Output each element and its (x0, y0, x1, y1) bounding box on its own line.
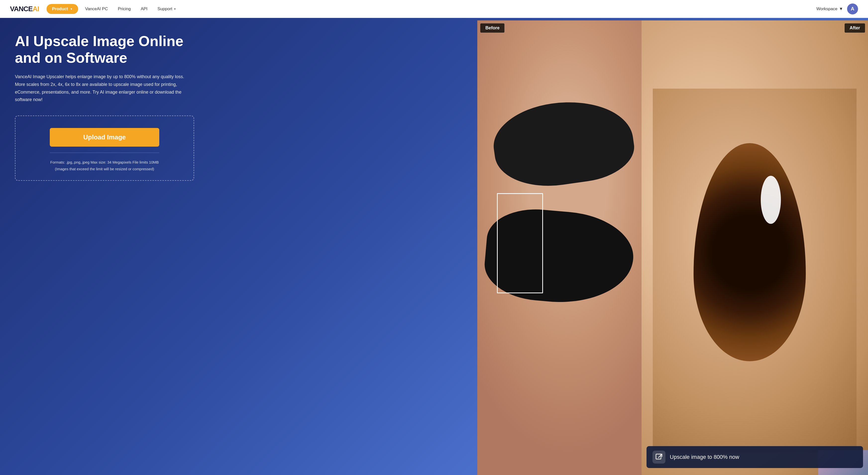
hero-description: VanceAI Image Upscaler helps enlarge ima… (15, 73, 194, 103)
upscale-text: Upscale image to 800% now (670, 454, 739, 460)
api-link[interactable]: API (141, 6, 147, 11)
eye-container (653, 89, 857, 452)
logo[interactable]: VANCE AI (10, 5, 39, 13)
nav-links: VanceAI PC Pricing API Support ▼ (85, 6, 816, 11)
logo-vance: VANCE (10, 5, 33, 13)
hero-left: AI Upscale Image Online and on Software … (0, 18, 477, 475)
pricing-link[interactable]: Pricing (118, 6, 131, 11)
hero-section: AI Upscale Image Online and on Software … (0, 18, 868, 475)
paint-stroke-1 (489, 93, 638, 193)
product-label: Product (52, 6, 68, 11)
before-label: Before (480, 23, 504, 33)
hero-title: AI Upscale Image Online and on Software (15, 33, 462, 66)
after-image (642, 21, 868, 475)
after-panel: After Upscale image to 800% now (642, 21, 868, 475)
svg-rect-0 (656, 454, 661, 459)
comparison-container: Before After (477, 21, 868, 475)
navbar: VANCE AI Product ▼ VanceAI PC Pricing AP… (0, 0, 868, 18)
upscale-badge[interactable]: Upscale image to 800% now (647, 446, 863, 468)
workspace-chevron-icon: ▼ (839, 6, 843, 11)
upscale-icon (652, 451, 665, 464)
support-chevron-icon: ▼ (174, 7, 176, 10)
upload-formats: Formats: .jpg,.png,.jpeg Max size: 34 Me… (50, 159, 159, 172)
avatar[interactable]: A (847, 3, 858, 14)
support-link[interactable]: Support ▼ (157, 6, 176, 11)
workspace-button[interactable]: Workspace ▼ (816, 6, 843, 11)
product-chevron-icon: ▼ (70, 7, 73, 10)
before-panel: Before (477, 21, 641, 475)
after-label: After (845, 23, 865, 33)
focus-box (497, 193, 543, 293)
eye-highlight (761, 176, 781, 224)
vanceai-pc-link[interactable]: VanceAI PC (85, 6, 108, 11)
product-button[interactable]: Product ▼ (46, 4, 78, 14)
logo-ai: AI (33, 5, 39, 13)
before-image (477, 21, 641, 475)
upload-area: Upload Image Formats: .jpg,.png,.jpeg Ma… (15, 116, 194, 181)
hero-right: Before After (477, 18, 868, 475)
nav-right: Workspace ▼ A (816, 3, 858, 14)
upload-button[interactable]: Upload Image (50, 128, 159, 147)
